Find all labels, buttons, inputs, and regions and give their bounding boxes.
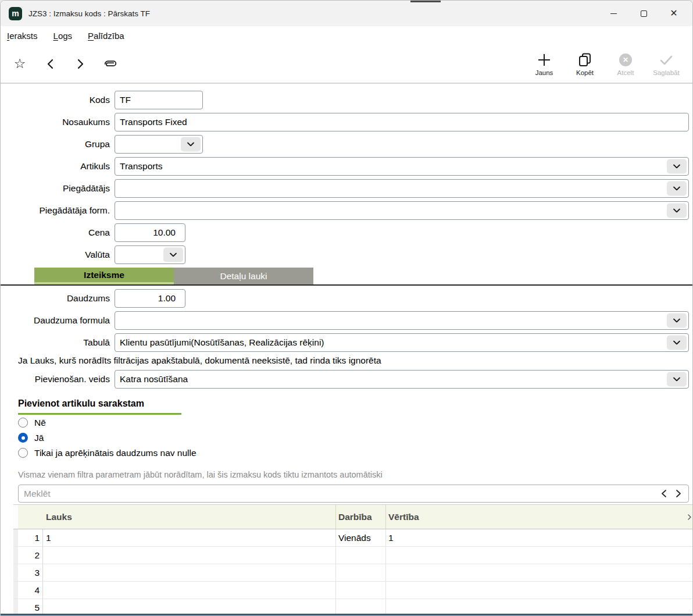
cell-darbiba[interactable] (336, 564, 386, 581)
table-row: 3 (13, 564, 693, 582)
cell-lauks[interactable] (43, 564, 336, 581)
chevron-down-icon (673, 165, 680, 169)
toolbar: ☆ Jauns Kopēt ✕ Atcelt (1, 45, 692, 84)
valuta-dropdown-button[interactable] (163, 248, 183, 262)
minimize-icon (610, 13, 617, 14)
radio-unchecked-icon (18, 418, 28, 428)
valuta-select[interactable] (115, 245, 185, 264)
nosaukums-input[interactable] (115, 113, 689, 131)
radio-checked-icon (18, 433, 28, 443)
copy-button-label: Kopēt (576, 69, 594, 76)
plus-icon (537, 52, 552, 67)
star-icon: ☆ (14, 57, 26, 70)
chevron-down-icon (673, 187, 680, 191)
cena-label: Cena (1, 227, 112, 238)
close-icon: ✕ (670, 9, 677, 18)
daudzums-input[interactable] (115, 289, 185, 308)
save-button-label: Saglabāt (653, 69, 679, 76)
radio-option-ne[interactable]: Nē (18, 415, 692, 430)
cell-lauks[interactable] (43, 582, 336, 599)
cell-vertiba[interactable] (386, 582, 685, 599)
filter-search-box (18, 485, 689, 503)
chevron-down-icon (673, 209, 680, 213)
favorite-button[interactable]: ☆ (12, 55, 27, 73)
tab-strip: Izteiksme Detaļu lauki (34, 268, 313, 284)
pievienosan-veids-dropdown-button[interactable] (667, 372, 687, 387)
tabula-value: Klientu pasūtījumi(Nosūtīšanas, Realizāc… (120, 337, 324, 348)
radio-option-ja[interactable]: Jā (18, 430, 692, 445)
valuta-label: Valūta (1, 250, 112, 260)
tabula-select[interactable]: Klientu pasūtījumi(Nosūtīšanas, Realizāc… (115, 333, 689, 352)
new-button[interactable]: Jauns (525, 51, 563, 76)
ignore-row-note: Ja Lauks, kurš norādīts filtrācijas apak… (18, 355, 692, 366)
paperclip-icon (103, 59, 118, 69)
minimize-button[interactable] (598, 1, 628, 26)
app-logo-icon: m (9, 7, 22, 20)
cell-lauks[interactable]: 1 (43, 529, 336, 546)
menu-item-ieraksts[interactable]: Ieraksts (7, 31, 38, 41)
daudzums-label: Daudzums (1, 293, 112, 304)
chevron-down-icon (673, 341, 680, 345)
tab-izteiksme[interactable]: Izteiksme (34, 268, 174, 284)
expression-panel: Daudzums Daudzuma formula Tabulā Klientu… (1, 286, 692, 616)
artikuls-select[interactable]: Transports (115, 157, 689, 176)
menu-item-palidziba[interactable]: Palīdzība (88, 31, 124, 41)
tabula-dropdown-button[interactable] (667, 336, 687, 350)
chevron-down-icon (673, 319, 680, 323)
grupa-dropdown-button[interactable] (181, 137, 201, 152)
cell-darbiba[interactable]: Vienāds (336, 529, 386, 546)
cell-vertiba[interactable]: 1 (386, 529, 685, 546)
row-number: 1 (18, 529, 43, 546)
copy-icon (578, 52, 592, 67)
column-header-vertiba: Vērtība (386, 505, 685, 529)
artikuls-dropdown-button[interactable] (667, 159, 687, 174)
close-button[interactable]: ✕ (659, 1, 689, 26)
daudzuma-formula-dropdown-button[interactable] (667, 314, 687, 328)
menu-bar: Ieraksts Logs Palīdzība (1, 26, 692, 45)
radio-option-tikai-ja[interactable]: Tikai ja aprēķinātais daudzums nav nulle (18, 446, 692, 460)
navigate-forward-button[interactable] (73, 55, 88, 73)
maximize-icon (641, 10, 647, 17)
attachment-button[interactable] (103, 55, 118, 73)
table-row: 4 (13, 582, 693, 599)
pievienosan-veids-select[interactable]: Katra nosūtīšana (115, 370, 689, 389)
cell-darbiba[interactable] (336, 547, 386, 564)
add-to-list-heading: Pievienot artikulu sarakstam (18, 398, 692, 409)
chevron-down-icon (187, 143, 194, 147)
tab-detalu-lauki[interactable]: Detaļu lauki (174, 268, 313, 284)
piegadataja-form-select[interactable] (115, 201, 689, 220)
kods-input[interactable] (115, 91, 203, 109)
search-navigation (662, 485, 681, 502)
save-button[interactable]: Saglabāt (647, 51, 685, 76)
table-scroll-right-button[interactable] (685, 505, 693, 529)
nosaukums-label: Nosaukums (1, 117, 112, 127)
green-underline (18, 413, 181, 415)
cell-darbiba[interactable] (336, 582, 386, 599)
pievienosan-veids-value: Katra nosūtīšana (120, 374, 188, 384)
search-input[interactable] (19, 485, 688, 502)
table-row: 2 (13, 547, 693, 564)
chevron-right-icon[interactable] (676, 490, 681, 497)
grupa-select[interactable] (115, 135, 203, 154)
new-button-label: Jauns (535, 69, 553, 76)
cell-vertiba[interactable] (386, 564, 685, 581)
cell-lauks[interactable] (43, 547, 336, 564)
menu-item-logs[interactable]: Logs (53, 31, 73, 41)
column-header-darbiba: Darbība (336, 505, 386, 529)
daudzuma-formula-select[interactable] (115, 311, 689, 330)
piegadatajs-dropdown-button[interactable] (667, 181, 687, 196)
cancel-button[interactable]: ✕ Atcelt (606, 51, 645, 76)
piegadatajs-label: Piegādātājs (1, 183, 112, 194)
cena-input[interactable] (115, 223, 185, 242)
chevron-left-icon[interactable] (662, 490, 666, 497)
radio-unchecked-icon (18, 448, 28, 458)
piegadatajs-select[interactable] (115, 179, 689, 198)
column-header-lauks: Lauks (43, 505, 336, 529)
maximize-button[interactable] (628, 1, 659, 26)
copy-button[interactable]: Kopēt (566, 51, 604, 76)
navigate-back-button[interactable] (42, 55, 58, 73)
cancel-button-label: Atcelt (617, 69, 634, 76)
cell-vertiba[interactable] (386, 547, 685, 564)
piegadataja-form-dropdown-button[interactable] (667, 204, 687, 218)
row-number: 4 (18, 582, 43, 599)
